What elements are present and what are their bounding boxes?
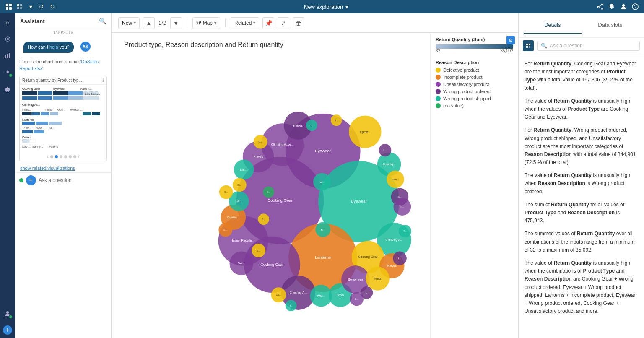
svg-text:Fulters: Fulters xyxy=(49,145,58,148)
add-button[interactable]: + xyxy=(26,175,36,185)
svg-text:S...: S... xyxy=(398,195,402,198)
help-icon[interactable]: ? xyxy=(631,3,639,10)
nav-dot-2[interactable] xyxy=(55,155,58,158)
svg-rect-157 xyxy=(526,46,528,48)
svg-rect-16 xyxy=(5,55,6,58)
assistant-search-icon[interactable]: 🔍 xyxy=(99,18,106,24)
related-button[interactable]: Related ▾ xyxy=(231,17,259,29)
svg-text:Climbing A...: Climbing A... xyxy=(385,238,403,242)
mini-chart: Return quantity by Product typ... ℹ Cook… xyxy=(19,76,107,161)
user-status-dot xyxy=(19,178,23,182)
legend-config-btn[interactable]: ⚙ xyxy=(506,36,515,44)
svg-point-8 xyxy=(601,4,603,5)
sidebar-star-icon[interactable]: ✦ xyxy=(3,67,13,77)
detail-paragraph: The value of Return Quantity is unusuall… xyxy=(525,97,638,122)
topbar-right: ? xyxy=(596,3,639,10)
ask-input[interactable] xyxy=(39,177,107,183)
nav-prev-arrow[interactable]: ‹ xyxy=(47,153,49,159)
expand-button[interactable]: ⤢ xyxy=(278,17,289,29)
delete-button[interactable]: 🗑 xyxy=(293,17,304,29)
svg-rect-5 xyxy=(20,4,22,6)
app-name-icon[interactable] xyxy=(16,3,23,10)
legend-item: Defective product xyxy=(436,68,513,73)
new-button[interactable]: New ▾ xyxy=(118,17,140,29)
range-max: 35,092 xyxy=(500,49,513,53)
help-text: help xyxy=(49,44,58,49)
svg-point-13 xyxy=(622,4,625,7)
svg-text:Knives: Knives xyxy=(254,155,263,159)
sidebar-chart-icon[interactable] xyxy=(3,50,13,60)
map-button[interactable]: 🗺 Map ▾ xyxy=(192,17,220,29)
legend-label: Unsatisfactory product xyxy=(443,82,489,87)
svg-text:Reason...: Reason... xyxy=(70,108,83,111)
right-panel-tabs: Details Data slots xyxy=(524,17,639,34)
nav-down-btn[interactable]: ▼ xyxy=(170,17,182,29)
down-arrow-icon[interactable]: ▾ xyxy=(27,3,34,10)
tab-data-slots[interactable]: Data slots xyxy=(582,17,639,34)
assistant-header: Assistant 🔍 xyxy=(15,13,111,27)
exploration-dropdown-arrow[interactable]: ▾ xyxy=(345,4,348,10)
svg-rect-18 xyxy=(9,53,10,58)
source-link[interactable]: GoSales Report.xlsx xyxy=(19,59,99,70)
tab-details[interactable]: Details xyxy=(524,17,582,34)
bell-icon[interactable] xyxy=(608,3,615,10)
legend-items: Defective productIncomplete productUnsat… xyxy=(436,68,513,108)
svg-rect-54 xyxy=(36,122,48,125)
nav-up-btn[interactable]: ▲ xyxy=(143,17,155,29)
nav-dot-4[interactable] xyxy=(64,155,67,158)
pin-button[interactable]: 📌 xyxy=(262,17,274,29)
sidebar-home-icon[interactable]: ⌂ xyxy=(3,17,13,27)
svg-rect-155 xyxy=(526,44,528,45)
sidebar-add-icon[interactable]: + xyxy=(3,325,12,335)
nav-next-arrow[interactable]: › xyxy=(78,153,80,159)
svg-text:Safety...: Safety... xyxy=(32,145,43,148)
svg-line-11 xyxy=(599,5,601,7)
legend-label: Wrong product ordered xyxy=(443,89,491,94)
detail-paragraph: The sum of Return Quantity for all value… xyxy=(525,201,638,225)
svg-text:N...: N... xyxy=(321,229,325,231)
svg-text:Cooking Gear: Cooking Gear xyxy=(267,198,293,203)
svg-rect-39 xyxy=(68,96,83,100)
legend-color-dot xyxy=(436,75,441,80)
svg-point-21 xyxy=(6,89,7,90)
sidebar-user-icon[interactable] xyxy=(3,309,13,319)
mini-chart-info-icon[interactable]: ℹ xyxy=(102,78,104,83)
svg-text:Tents: Tents xyxy=(22,127,29,130)
user-icon[interactable] xyxy=(620,3,627,10)
range-min: 32 xyxy=(436,49,440,53)
svg-rect-50 xyxy=(83,112,91,115)
svg-text:Lant...: Lant... xyxy=(240,168,248,171)
svg-text:Climbing A...: Climbing A... xyxy=(289,291,307,294)
right-panel: Details Data slots 🔍 Ask a question For … xyxy=(518,13,644,338)
svg-text:L...: L... xyxy=(355,298,358,300)
ask-question-bar[interactable]: 🔍 Ask a question xyxy=(537,41,640,51)
redo-icon[interactable]: ↻ xyxy=(49,3,56,10)
svg-rect-51 xyxy=(92,112,100,115)
grid-app-icon[interactable] xyxy=(5,3,13,10)
pagination: 2/2 xyxy=(158,20,167,26)
show-related-link[interactable]: show related visualizations xyxy=(15,164,111,172)
ask-placeholder: Ask a question xyxy=(550,43,583,49)
sidebar-explore-icon[interactable]: ◎ xyxy=(3,34,13,44)
svg-text:G...: G... xyxy=(267,191,270,193)
topbar-center: New exploration ▾ xyxy=(304,4,348,10)
undo-icon[interactable]: ↺ xyxy=(38,3,45,10)
svg-text:Cl...: Cl... xyxy=(237,184,242,186)
nav-dot-1[interactable] xyxy=(50,155,53,158)
nav-dot-5[interactable] xyxy=(69,155,72,158)
nav-dot-3[interactable] xyxy=(60,155,62,158)
legend-item: (no value) xyxy=(436,103,513,108)
map-icon-char: 🗺 xyxy=(196,20,201,26)
detail-paragraph: For Return Quantity, Wrong product order… xyxy=(525,126,638,166)
sidebar-robot-icon[interactable] xyxy=(3,84,13,94)
chat-row: How can I help you? AS xyxy=(15,37,111,57)
svg-text:Ca...: Ca... xyxy=(276,294,281,296)
mini-chart-header: Return quantity by Product typ... ℹ xyxy=(20,76,106,85)
legend-item: Wrong product shipped xyxy=(436,96,513,101)
nav-dot-6[interactable] xyxy=(73,155,76,158)
svg-rect-40 xyxy=(83,96,99,100)
legend-label: Incomplete product xyxy=(443,75,483,80)
exploration-title: New exploration xyxy=(304,4,343,10)
share-icon[interactable] xyxy=(596,3,604,10)
svg-text:Knives: Knives xyxy=(387,264,397,268)
